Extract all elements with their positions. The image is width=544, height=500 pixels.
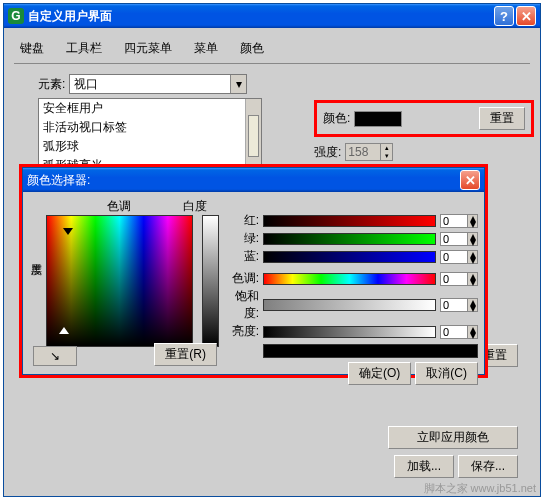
- intensity-spinner[interactable]: ▴▾: [345, 143, 393, 161]
- tab-menu[interactable]: 菜单: [190, 38, 222, 59]
- g-label: 绿:: [225, 230, 259, 247]
- tab-bar: 键盘 工具栏 四元菜单 菜单 颜色: [14, 34, 530, 64]
- r-label: 红:: [225, 212, 259, 229]
- red-slider[interactable]: [263, 215, 436, 227]
- tab-quadmenu[interactable]: 四元菜单: [120, 38, 176, 59]
- black-label: 黑度: [29, 215, 44, 255]
- hue-input[interactable]: [440, 272, 468, 286]
- hue-marker-top[interactable]: [63, 228, 73, 235]
- intensity-label: 强度:: [314, 144, 341, 161]
- picker-title: 颜色选择器:: [27, 172, 460, 189]
- green-input[interactable]: [440, 232, 468, 246]
- spinner-arrows[interactable]: ▴▾: [468, 298, 478, 312]
- load-button[interactable]: 加载...: [394, 455, 454, 478]
- v-label: 亮度:: [225, 323, 259, 340]
- intensity-input[interactable]: [345, 143, 381, 161]
- color-swatch[interactable]: [354, 111, 402, 127]
- bottom-buttons: 立即应用颜色 加载... 保存...: [388, 426, 518, 478]
- hue-marker-bottom[interactable]: [59, 327, 69, 334]
- sat-input[interactable]: [440, 298, 468, 312]
- watermark: 脚本之家 www.jb51.net: [424, 481, 536, 496]
- list-item[interactable]: 弧形球: [39, 137, 261, 156]
- picker-reset-button[interactable]: 重置(R): [154, 343, 217, 366]
- spinner-arrows[interactable]: ▴▾: [381, 143, 393, 161]
- app-icon: G: [8, 8, 24, 24]
- color-picker-dialog: 颜色选择器: ✕ 色调 白度 黑度 ↘ 重置(R) 红:▴▾ 绿:▴▾: [22, 167, 485, 375]
- picker-close-button[interactable]: ✕: [460, 170, 480, 190]
- window-title: 自定义用户界面: [28, 8, 494, 25]
- val-input[interactable]: [440, 325, 468, 339]
- color-swatch-group: 颜色: 重置: [314, 100, 534, 137]
- save-button[interactable]: 保存...: [458, 455, 518, 478]
- cancel-button[interactable]: 取消(C): [415, 362, 478, 385]
- reset-button[interactable]: 重置: [479, 107, 525, 130]
- chevron-down-icon[interactable]: ▾: [230, 75, 246, 93]
- hue-area: 色调 白度 黑度 ↘ 重置(R): [29, 198, 219, 368]
- red-input[interactable]: [440, 214, 468, 228]
- spinner-arrows[interactable]: ▴▾: [468, 325, 478, 339]
- tab-keyboard[interactable]: 键盘: [16, 38, 48, 59]
- s-label: 饱和度:: [225, 288, 259, 322]
- list-item[interactable]: 安全框用户: [39, 99, 261, 118]
- spinner-arrows[interactable]: ▴▾: [468, 272, 478, 286]
- picker-body: 色调 白度 黑度 ↘ 重置(R) 红:▴▾ 绿:▴▾ 蓝:▴▾ 色调:▴▾ 饱和…: [23, 192, 484, 374]
- element-combo[interactable]: ▾: [69, 74, 247, 94]
- close-button[interactable]: ✕: [516, 6, 536, 26]
- h-label: 色调:: [225, 270, 259, 287]
- picker-titlebar[interactable]: 颜色选择器: ✕: [23, 168, 484, 192]
- element-label: 元素:: [38, 76, 65, 93]
- blue-input[interactable]: [440, 250, 468, 264]
- element-combo-input[interactable]: [70, 75, 230, 93]
- hue-label: 色调: [33, 198, 175, 215]
- tab-color[interactable]: 颜色: [236, 38, 268, 59]
- spinner-arrows[interactable]: ▴▾: [468, 232, 478, 246]
- hue-slider[interactable]: [263, 273, 436, 285]
- val-slider[interactable]: [263, 326, 436, 338]
- tab-toolbar[interactable]: 工具栏: [62, 38, 106, 59]
- hue-field[interactable]: [46, 215, 193, 347]
- b-label: 蓝:: [225, 248, 259, 265]
- ok-button[interactable]: 确定(O): [348, 362, 411, 385]
- whiteness-slider[interactable]: [202, 215, 219, 347]
- sat-slider[interactable]: [263, 299, 436, 311]
- green-slider[interactable]: [263, 233, 436, 245]
- apply-button[interactable]: 立即应用颜色: [388, 426, 518, 449]
- list-item[interactable]: 非活动视口标签: [39, 118, 261, 137]
- color-label: 颜色:: [323, 110, 350, 127]
- color-preview: [263, 344, 478, 358]
- eyedropper-icon[interactable]: ↘: [33, 346, 77, 366]
- spinner-arrows[interactable]: ▴▾: [468, 214, 478, 228]
- main-titlebar[interactable]: G 自定义用户界面 ? ✕: [4, 4, 540, 28]
- spinner-arrows[interactable]: ▴▾: [468, 250, 478, 264]
- help-button[interactable]: ?: [494, 6, 514, 26]
- white-label: 白度: [175, 198, 215, 215]
- slider-panel: 红:▴▾ 绿:▴▾ 蓝:▴▾ 色调:▴▾ 饱和度:▴▾ 亮度:▴▾ 确定(O) …: [225, 198, 478, 368]
- blue-slider[interactable]: [263, 251, 436, 263]
